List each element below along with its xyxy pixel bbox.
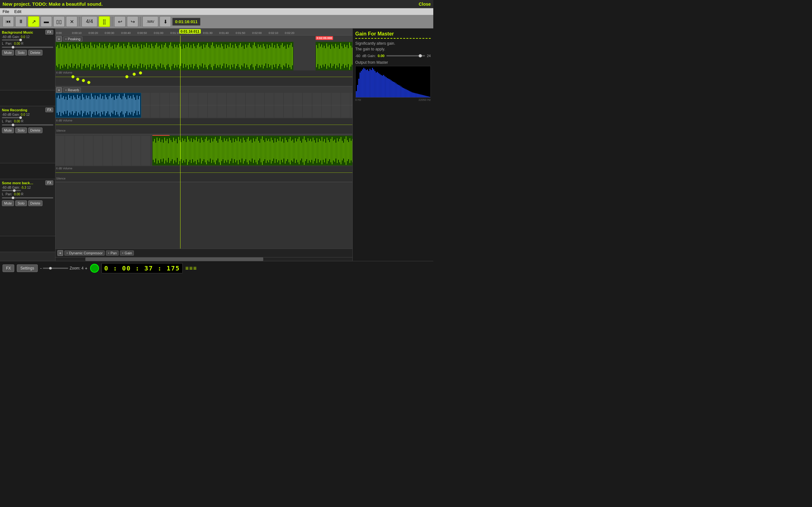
zoom-control: - Zoom: 4 + [40,266,88,271]
svg-rect-269 [100,94,101,116]
svg-rect-564 [418,94,419,97]
fx-tag-peaking[interactable]: × Peaking [63,37,83,42]
mute-button-new-recording[interactable]: Mute [2,127,14,133]
auto-dot-3[interactable] [82,79,85,82]
wav-export-button[interactable]: .WAV [143,16,158,27]
split-tool-button[interactable]: ▯▯ [53,16,65,27]
svg-rect-464 [310,139,311,162]
close-button[interactable]: Close [419,2,431,7]
fx-tag-x-reverb[interactable]: × [65,89,67,92]
svg-rect-372 [194,139,194,162]
rewind-button[interactable]: ⏮ [3,16,14,27]
delete-button-some-more[interactable]: Delete [28,201,43,206]
svg-rect-448 [290,137,290,164]
undo-button[interactable]: ↩ [114,16,125,27]
svg-rect-391 [218,143,218,159]
time-sig-button[interactable]: 4/4 [82,16,97,27]
menu-bar: File Edit [0,8,433,15]
svg-rect-457 [301,143,302,159]
svg-rect-174 [276,48,276,64]
zoom-plus-button[interactable]: + [85,266,87,271]
auto-dot-2[interactable] [76,78,79,81]
fx-tag-x-gain[interactable]: × [122,251,124,255]
menu-edit[interactable]: Edit [14,9,21,14]
fx-tag-pan[interactable]: × Pan [106,250,119,256]
volume-line-bg [55,77,353,77]
pan-slider-background-music[interactable] [2,47,53,48]
pan-slider-new-recording[interactable] [2,124,53,125]
volume-control-spacer-1 [0,90,55,106]
master-fx-add-button[interactable]: + [57,250,63,256]
download-button[interactable]: ⬇ [160,16,171,27]
fx-button-new-recording[interactable]: FX [45,108,53,112]
track-row-new-recording: + × Reverb [55,87,353,134]
waveform-area-new-recording[interactable]: + × Reverb [55,87,353,118]
svg-rect-144 [237,48,238,64]
waveform-area-some-more[interactable]: 0:00:45:000 [55,134,353,166]
svg-rect-309 [198,93,207,118]
pause-button[interactable]: ⏸ [15,16,26,27]
svg-rect-492 [346,136,346,165]
svg-rect-43 [109,43,110,69]
auto-dot-6[interactable] [132,73,136,76]
brush-tool-button[interactable]: ▬ [41,16,52,27]
fx-button-some-more[interactable]: FX [45,180,53,185]
auto-dot-1[interactable] [71,75,74,78]
svg-rect-377 [200,143,201,159]
fx-tag-x-peaking[interactable]: × [65,38,67,41]
svg-rect-244 [68,95,69,116]
close-tool-button[interactable]: ✕ [66,16,77,27]
fx-bottom-button[interactable]: FX [3,265,14,272]
svg-rect-16 [75,48,76,64]
fx-tag-x-compressor[interactable]: × [66,251,68,255]
gain-slider-background-music[interactable] [2,39,21,41]
cursor-tool-button[interactable]: ↗ [28,16,39,27]
tracks-scrollbar[interactable] [55,257,353,261]
ruler-mark-50: 0:00:50 [137,32,147,35]
svg-rect-52 [121,46,121,67]
delete-button-new-recording[interactable]: Delete [28,127,43,133]
solo-button-new-recording[interactable]: Solo [15,127,26,133]
gain-slider-some-more[interactable] [2,190,21,191]
tracks-scrollbar-thumb[interactable] [85,258,264,261]
svg-rect-403 [233,138,233,163]
solo-button-some-more[interactable]: Solo [15,201,26,206]
fx-tag-x-pan[interactable]: × [108,251,110,255]
svg-rect-49 [117,45,118,67]
svg-rect-204 [335,44,336,68]
auto-dot-5[interactable] [125,75,128,78]
settings-button[interactable]: Settings [17,265,38,272]
menu-file[interactable]: File [3,9,9,14]
fx-tag-gain[interactable]: × Gain [120,250,134,256]
svg-rect-493 [347,140,347,161]
record-button[interactable] [90,264,99,273]
svg-rect-549 [399,86,400,97]
auto-dot-7[interactable] [139,71,142,74]
svg-rect-319 [293,93,302,118]
mute-button-background-music[interactable]: Mute [2,50,14,55]
svg-rect-554 [406,90,407,97]
svg-rect-273 [105,95,106,116]
gain-master-min: -60 [355,54,360,58]
svg-rect-523 [367,69,368,97]
redo-button[interactable]: ↪ [127,16,138,27]
svg-rect-429 [266,138,266,163]
mute-button-some-more[interactable]: Mute [2,201,14,206]
waveform-area-background-music[interactable]: + × Peaking [55,36,353,70]
pan-slider-some-more[interactable] [2,197,53,199]
fx-button-background-music[interactable]: FX [45,30,53,35]
auto-dot-4[interactable] [87,81,91,84]
gain-master-slider[interactable] [386,55,425,56]
zoom-slider[interactable] [43,268,68,269]
fx-add-new-recording[interactable]: + [56,87,62,93]
panel-subtitle2: The gain to apply. [355,47,431,51]
fx-tag-dynamic-compressor[interactable]: × Dynamic Compressor [64,250,105,256]
fx-tag-reverb[interactable]: × Reverb [63,88,81,93]
zoom-minus-button[interactable]: - [40,266,42,271]
solo-button-background-music[interactable]: Solo [15,50,26,55]
delete-button-background-music[interactable]: Delete [28,50,43,55]
grid-button[interactable]: ⣿ [99,16,110,27]
gain-slider-new-recording[interactable] [2,117,21,118]
svg-rect-123 [211,45,212,67]
fx-add-background-music[interactable]: + [56,36,62,42]
